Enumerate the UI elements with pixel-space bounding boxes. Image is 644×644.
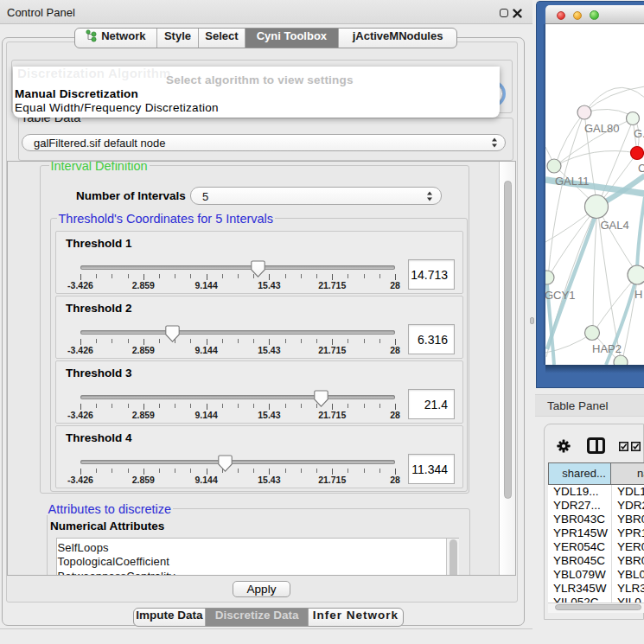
svg-text:HAP2: HAP2	[592, 342, 622, 355]
svg-text:C: C	[638, 162, 644, 175]
svg-text:GAL4: GAL4	[601, 219, 629, 232]
svg-text:G.: G.	[634, 127, 644, 140]
svg-text:GAL11: GAL11	[555, 175, 590, 188]
svg-text:GCY1: GCY1	[545, 289, 575, 302]
svg-text:H: H	[634, 288, 642, 301]
svg-text:GAL80: GAL80	[584, 122, 619, 135]
